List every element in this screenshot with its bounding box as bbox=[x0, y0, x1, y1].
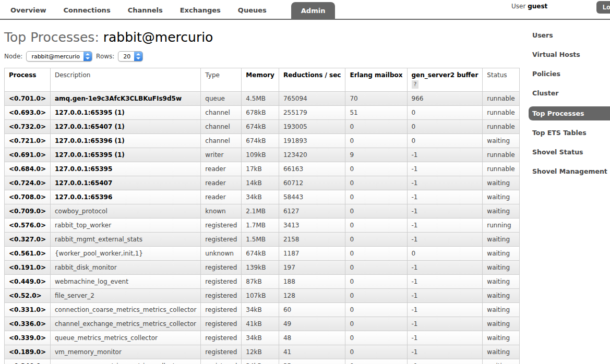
cell-status: waiting bbox=[483, 176, 519, 190]
cell-description[interactable]: 127.0.0.1:65396 (1) bbox=[50, 134, 200, 148]
cell-mailbox: 70 bbox=[345, 92, 407, 106]
cell-process[interactable]: <0.191.0> bbox=[5, 261, 51, 275]
cell-process[interactable]: <0.449.0> bbox=[5, 275, 51, 289]
sidebar-item-top-ets-tables[interactable]: Top ETS Tables bbox=[521, 129, 610, 137]
column-header-memory[interactable]: Memory bbox=[242, 68, 279, 92]
cell-process[interactable]: <0.336.0> bbox=[5, 317, 51, 331]
cell-process[interactable]: <0.732.0> bbox=[5, 120, 51, 134]
cell-process[interactable]: <0.709.0> bbox=[5, 204, 51, 219]
cell-type: reader bbox=[201, 190, 242, 204]
help-icon[interactable]: ? bbox=[412, 80, 419, 89]
tab-exchanges[interactable]: Exchanges bbox=[180, 1, 221, 20]
logout-button[interactable]: Log out bbox=[596, 1, 610, 14]
cell-status: waiting bbox=[483, 233, 519, 247]
cell-buffer: 0 bbox=[407, 106, 483, 120]
cell-description[interactable]: 127.0.0.1:65395 (1) bbox=[50, 106, 200, 120]
cell-description[interactable]: 127.0.0.1:65396 bbox=[50, 190, 200, 204]
cell-type: registered bbox=[201, 359, 242, 364]
table-row: <0.327.0>rabbit_mgmt_external_statsregis… bbox=[5, 233, 520, 247]
cell-mailbox: 9 bbox=[345, 148, 407, 162]
node-select[interactable]: rabbit@mercurio bbox=[26, 51, 92, 62]
table-row: <0.693.0>127.0.0.1:65395 (1)channel678kB… bbox=[5, 106, 520, 120]
cell-reductions: 2158 bbox=[279, 233, 345, 247]
cell-type: queue bbox=[201, 92, 242, 106]
column-header-description: Description bbox=[50, 68, 200, 92]
tab-channels[interactable]: Channels bbox=[128, 1, 163, 20]
cell-memory: 41kB bbox=[242, 317, 279, 331]
cell-description: channel_exchange_metrics_metrics_collect… bbox=[50, 317, 200, 331]
cell-type: known bbox=[201, 204, 242, 219]
processes-table: ProcessDescriptionTypeMemoryReductions /… bbox=[4, 68, 520, 364]
sidebar-item-virtual-hosts[interactable]: Virtual Hosts bbox=[521, 51, 610, 58]
sidebar-item-shovel-management[interactable]: Shovel Management bbox=[521, 167, 610, 175]
cell-process[interactable]: <0.52.0> bbox=[5, 289, 51, 303]
cell-reductions: 123420 bbox=[279, 148, 345, 162]
table-row: <0.721.0>127.0.0.1:65396 (1)channel674kB… bbox=[5, 134, 520, 148]
cell-reductions: 66163 bbox=[279, 162, 345, 176]
cell-process[interactable]: <0.693.0> bbox=[5, 106, 51, 120]
cell-description[interactable]: 127.0.0.1:65407 bbox=[50, 176, 200, 190]
cell-buffer: -1 bbox=[407, 303, 483, 317]
cell-process[interactable]: <0.691.0> bbox=[5, 148, 51, 162]
sidebar-item-top-processes[interactable]: Top Processes bbox=[529, 106, 610, 120]
sidebar-item-shovel-status[interactable]: Shovel Status bbox=[521, 148, 610, 156]
cell-description[interactable]: 127.0.0.1:65395 bbox=[50, 162, 200, 176]
cell-description[interactable]: 127.0.0.1:65407 (1) bbox=[50, 120, 200, 134]
rows-select[interactable]: 20 bbox=[118, 51, 143, 62]
cell-buffer: 0 bbox=[407, 247, 483, 261]
column-header-reductions-sec[interactable]: Reductions / sec bbox=[279, 68, 345, 92]
cell-mailbox: 0 bbox=[345, 134, 407, 148]
cell-reductions: 128 bbox=[279, 289, 345, 303]
column-header-process[interactable]: Process bbox=[5, 68, 51, 92]
cell-memory: 674kB bbox=[242, 120, 279, 134]
cell-process[interactable]: <0.340.0> bbox=[5, 359, 51, 364]
cell-process[interactable]: <0.561.0> bbox=[5, 247, 51, 261]
cell-buffer: 966 bbox=[407, 92, 483, 106]
cell-description[interactable]: amq.gen-1e9c3AfcK3CLBKuFIs9d5w bbox=[50, 92, 200, 106]
cell-status: waiting bbox=[483, 275, 519, 289]
cell-process[interactable]: <0.327.0> bbox=[5, 233, 51, 247]
cell-process[interactable]: <0.576.0> bbox=[5, 219, 51, 233]
cell-status: waiting bbox=[483, 303, 519, 317]
cell-description: webmachine_log_event bbox=[50, 275, 200, 289]
page-title-prefix: Top Processes: bbox=[4, 30, 103, 45]
cell-type: registered bbox=[201, 345, 242, 359]
cell-buffer: -1 bbox=[407, 275, 483, 289]
cell-memory: 34kB bbox=[242, 190, 279, 204]
cell-process[interactable]: <0.708.0> bbox=[5, 190, 51, 204]
cell-process[interactable]: <0.701.0> bbox=[5, 92, 51, 106]
rows-select-value: 20 bbox=[123, 53, 134, 60]
cell-memory: 34kB bbox=[242, 331, 279, 345]
node-select-value: rabbit@mercurio bbox=[31, 53, 83, 60]
cell-description[interactable]: 127.0.0.1:65395 (1) bbox=[50, 148, 200, 162]
tab-admin[interactable]: Admin bbox=[291, 2, 336, 20]
sidebar-item-cluster[interactable]: Cluster bbox=[521, 89, 610, 97]
cell-process[interactable]: <0.331.0> bbox=[5, 303, 51, 317]
cell-memory: 674kB bbox=[242, 134, 279, 148]
cell-mailbox: 0 bbox=[345, 331, 407, 345]
cell-process[interactable]: <0.724.0> bbox=[5, 176, 51, 190]
column-header-gen-server2-buffer[interactable]: gen_server2 buffer? bbox=[407, 68, 483, 92]
column-header-erlang-mailbox[interactable]: Erlang mailbox bbox=[345, 68, 407, 92]
table-row: <0.701.0>amq.gen-1e9c3AfcK3CLBKuFIs9d5wq… bbox=[5, 92, 520, 106]
cell-process[interactable]: <0.684.0> bbox=[5, 162, 51, 176]
cell-type: registered bbox=[201, 331, 242, 345]
cell-process[interactable]: <0.339.0> bbox=[5, 331, 51, 345]
cell-reductions: 6127 bbox=[279, 204, 345, 219]
cell-process[interactable]: <0.189.0> bbox=[5, 345, 51, 359]
tab-connections[interactable]: Connections bbox=[64, 1, 111, 20]
tab-queues[interactable]: Queues bbox=[238, 1, 267, 20]
tab-overview[interactable]: Overview bbox=[10, 1, 46, 20]
cell-type: reader bbox=[201, 162, 242, 176]
cell-reductions: 1187 bbox=[279, 247, 345, 261]
table-row: <0.191.0>rabbit_disk_monitorregistered13… bbox=[5, 261, 520, 275]
sidebar-item-users[interactable]: Users bbox=[521, 31, 610, 39]
table-row: <0.691.0>127.0.0.1:65395 (1)writer109kB1… bbox=[5, 148, 520, 162]
sidebar-item-policies[interactable]: Policies bbox=[521, 70, 610, 78]
cell-type: registered bbox=[201, 233, 242, 247]
cell-process[interactable]: <0.721.0> bbox=[5, 134, 51, 148]
cell-status: waiting bbox=[483, 359, 519, 364]
cell-memory: 4.5MB bbox=[242, 92, 279, 106]
cell-status: waiting bbox=[483, 345, 519, 359]
cell-status: runnable bbox=[483, 120, 519, 134]
